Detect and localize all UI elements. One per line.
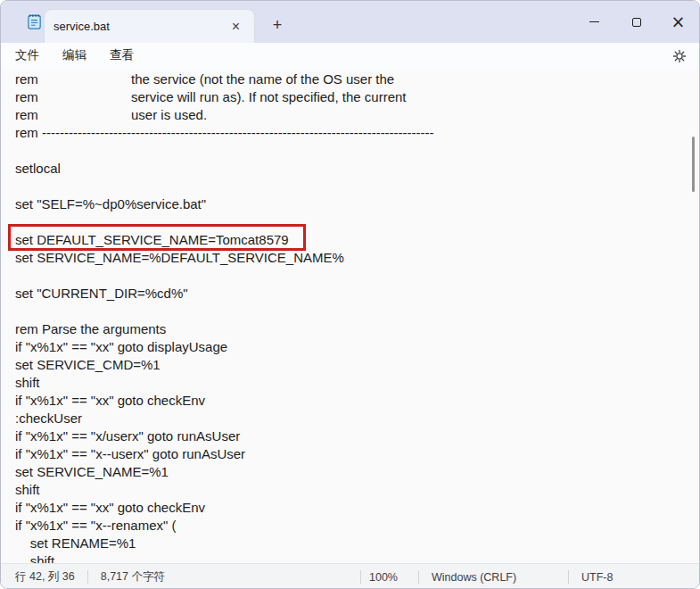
tab-close-icon[interactable]: ×	[226, 19, 245, 35]
code-line: rem ------------------------------------…	[15, 124, 699, 142]
code-line: if "x%1x" == "x--userx" goto runAsUser	[15, 445, 699, 463]
window-controls: ×	[573, 1, 699, 43]
editor[interactable]: rem the service (not the name of the OS …	[1, 68, 699, 563]
code-line: if "x%1x" == "x/userx" goto runAsUser	[15, 427, 699, 445]
code-line: if "x%1x" == "x--renamex" (	[15, 517, 699, 535]
menu-file[interactable]: 文件	[4, 45, 51, 66]
menu-view[interactable]: 查看	[98, 45, 145, 66]
code-line: rem the service (not the name of the OS …	[15, 71, 699, 88]
code-line: set SERVICE_NAME=%1	[15, 463, 699, 481]
code-line	[15, 178, 699, 195]
minimize-button[interactable]	[573, 1, 615, 43]
divider	[87, 570, 88, 584]
close-icon: ×	[671, 13, 686, 30]
code-line: rem Parse the arguments	[15, 320, 699, 338]
char-count: 8,717 个字符	[101, 569, 165, 585]
divider	[360, 570, 361, 584]
notepad-window: service.bat × + × 文件 编辑 查看	[0, 0, 700, 589]
zoom-cell: 100%	[360, 564, 418, 589]
encoding: UTF-8	[581, 571, 613, 584]
cursor-position: 行 42, 列 36	[15, 569, 75, 585]
tab-title: service.bat	[54, 20, 226, 33]
code-line	[15, 303, 699, 320]
divider	[568, 570, 569, 584]
code-line: :checkUser	[15, 410, 699, 427]
tab-service-bat[interactable]: service.bat ×	[44, 9, 255, 43]
statusbar-left: 行 42, 列 36 8,717 个字符	[1, 569, 165, 585]
notepad-app-icon	[26, 13, 43, 30]
titlebar[interactable]: service.bat × + ×	[1, 1, 699, 43]
code-line: if "x%1x" == "xx" goto checkEnv	[15, 392, 699, 410]
divider	[418, 570, 419, 584]
encoding-cell: UTF-8	[568, 564, 699, 589]
maximize-button[interactable]	[615, 1, 657, 43]
code-line: set SERVICE_NAME=%DEFAULT_SERVICE_NAME%	[15, 249, 699, 267]
code-line	[15, 267, 699, 285]
line-ending-cell: Windows (CRLF)	[418, 564, 568, 589]
maximize-icon	[632, 18, 641, 27]
line-ending: Windows (CRLF)	[432, 571, 516, 584]
code-line: rem user is used.	[15, 106, 699, 124]
menu-edit[interactable]: 编辑	[51, 45, 98, 66]
code-line: set "SELF=%~dp0%service.bat"	[15, 195, 699, 213]
code-line: shift	[15, 481, 699, 499]
code-line: if "x%1x" == "xx" goto displayUsage	[15, 338, 699, 356]
editor-text[interactable]: rem the service (not the name of the OS …	[1, 68, 699, 563]
code-line: shift	[15, 374, 699, 392]
code-line: if "x%1x" == "xx" goto checkEnv	[15, 499, 699, 517]
minimize-icon	[589, 21, 599, 22]
settings-button[interactable]	[671, 47, 688, 65]
vertical-scrollbar[interactable]	[692, 137, 695, 192]
code-line: shift	[15, 552, 699, 563]
code-line	[15, 142, 699, 160]
code-line: rem service will run as). If not specifi…	[15, 88, 699, 106]
code-line: set DEFAULT_SERVICE_NAME=Tomcat8579	[15, 231, 699, 249]
code-line: setlocal	[15, 160, 699, 178]
close-button[interactable]: ×	[657, 1, 699, 43]
code-line: set SERVICE_CMD=%1	[15, 356, 699, 374]
gear-icon	[672, 49, 687, 63]
statusbar: 行 42, 列 36 8,717 个字符 100% Windows (CRLF)…	[1, 563, 699, 589]
new-tab-button[interactable]: +	[266, 13, 289, 37]
code-line: set "CURRENT_DIR=%cd%"	[15, 285, 699, 303]
zoom-level: 100%	[369, 571, 398, 584]
menubar: 文件 编辑 查看	[1, 43, 699, 68]
code-line	[15, 213, 699, 231]
code-line: set RENAME=%1	[15, 535, 699, 552]
